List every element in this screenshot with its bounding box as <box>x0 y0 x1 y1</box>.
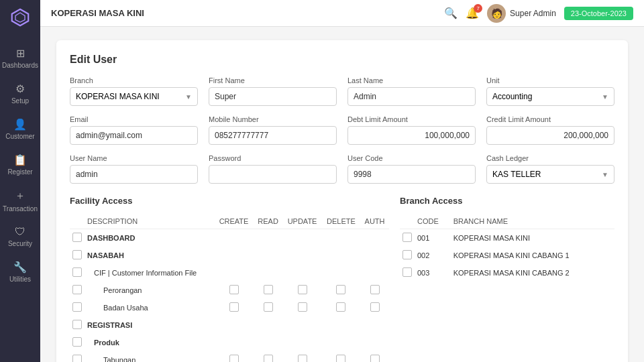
sidebar-item-security-label: Security <box>8 240 32 247</box>
cashledger-label: Cash Ledger <box>486 154 614 162</box>
form-row-2: Email Mobile Number Debt Limit Amount Cr… <box>70 115 614 145</box>
header-checkbox-col <box>70 214 85 229</box>
sidebar-item-security[interactable]: 🛡 Security <box>0 219 40 254</box>
sidebar-item-dashboards[interactable]: ⊞ Dashboards <box>0 40 40 76</box>
row-checkbox-nasabah[interactable] <box>72 250 82 259</box>
password-input[interactable] <box>209 165 337 184</box>
cashledger-select-wrapper[interactable]: KAS TELLER ▼ <box>486 165 614 184</box>
mobile-input[interactable] <box>209 126 337 145</box>
branch-code-001: 001 <box>415 229 451 247</box>
read-checkbox-perorangan[interactable] <box>264 285 273 294</box>
update-checkbox-badan-usaha[interactable] <box>298 302 307 312</box>
sidebar-item-register[interactable]: 📋 Register <box>0 147 40 182</box>
password-group: Password <box>209 154 337 184</box>
header-delete: DELETE <box>322 214 360 229</box>
create-checkbox-perorangan[interactable] <box>229 285 239 294</box>
update-checkbox-perorangan[interactable] <box>298 285 307 294</box>
branch-access-section: Branch Access CODE BRANCH NAME <box>400 193 614 362</box>
usercode-group: User Code <box>347 154 476 184</box>
sidebar-item-customer[interactable]: 👤 Customer <box>0 111 40 147</box>
branch-checkbox-002[interactable] <box>402 250 412 259</box>
register-icon: 📋 <box>13 154 27 166</box>
list-item: 002 KOPERASI MASA KINI CABANG 1 <box>400 247 614 264</box>
debt-input[interactable] <box>347 126 476 145</box>
row-checkbox-cif[interactable] <box>72 267 82 277</box>
list-item: 003 KOPERASI MASA KINI CABANG 2 <box>400 264 614 282</box>
facility-access-title: Facility Access <box>70 196 389 206</box>
sidebar-item-transaction[interactable]: ＋ Transaction <box>0 182 40 219</box>
branch-checkbox-003[interactable] <box>402 267 412 277</box>
branch-code-002: 002 <box>415 247 451 264</box>
svg-marker-1 <box>15 13 25 22</box>
read-checkbox-badan-usaha[interactable] <box>264 302 273 312</box>
debt-group: Debt Limit Amount <box>347 115 476 145</box>
branch-access-title: Branch Access <box>400 196 614 206</box>
read-checkbox-tabungan[interactable] <box>264 355 273 362</box>
username-input[interactable] <box>70 165 198 184</box>
mobile-group: Mobile Number <box>209 115 337 145</box>
row-label-registrasi: REGISTRASI <box>85 316 214 334</box>
cashledger-select[interactable]: KAS TELLER <box>492 170 608 179</box>
unit-select-wrapper[interactable]: Accounting ▼ <box>486 87 614 106</box>
email-input[interactable] <box>70 126 198 145</box>
branch-name-003: KOPERASI MASA KINI CABANG 2 <box>451 264 614 282</box>
svg-marker-0 <box>12 9 29 26</box>
delete-checkbox-badan-usaha[interactable] <box>336 302 345 312</box>
branch-access-table: CODE BRANCH NAME 001 KOPERASI MASA KINI <box>400 214 614 282</box>
mobile-label: Mobile Number <box>209 115 337 123</box>
facility-access-section: Facility Access DESCRIPTION CREATE READ … <box>70 193 389 362</box>
header-auth: AUTH <box>360 214 389 229</box>
cashledger-select-arrow: ▼ <box>602 171 608 178</box>
sidebar-item-setup[interactable]: ⚙ Setup <box>0 76 40 111</box>
delete-checkbox-perorangan[interactable] <box>336 285 345 294</box>
row-checkbox-perorangan[interactable] <box>72 285 82 294</box>
unit-select[interactable]: Accounting <box>492 92 608 101</box>
firstname-group: First Name <box>209 76 337 106</box>
lastname-label: Last Name <box>347 76 476 84</box>
sidebar-item-transaction-label: Transaction <box>3 205 38 213</box>
lastname-group: Last Name <box>347 76 476 106</box>
row-checkbox-registrasi[interactable] <box>72 320 82 329</box>
auth-checkbox-perorangan[interactable] <box>370 285 380 294</box>
debt-label: Debt Limit Amount <box>347 115 476 123</box>
auth-checkbox-tabungan[interactable] <box>370 355 380 362</box>
branch-select[interactable]: KOPERASI MASA KINI <box>76 92 192 101</box>
lastname-input[interactable] <box>347 87 476 106</box>
table-row: REGISTRASI <box>70 316 389 334</box>
sidebar-item-utilities[interactable]: 🔧 Utilities <box>0 254 40 290</box>
sidebar-item-setup-label: Setup <box>11 97 29 105</box>
row-label-produk: Produk <box>85 334 214 351</box>
table-row: Perorangan <box>70 282 389 299</box>
branch-select-wrapper[interactable]: KOPERASI MASA KINI ▼ <box>70 87 198 106</box>
auth-checkbox-badan-usaha[interactable] <box>370 302 380 312</box>
search-button[interactable]: 🔍 <box>444 7 458 19</box>
create-checkbox-tabungan[interactable] <box>229 355 239 362</box>
utilities-icon: 🔧 <box>13 261 27 274</box>
user-menu[interactable]: 🧑 Super Admin <box>487 4 556 23</box>
branch-checkbox-001[interactable] <box>402 233 412 242</box>
row-checkbox-tabungan[interactable] <box>72 355 82 362</box>
usercode-input[interactable] <box>347 165 476 184</box>
current-date: 23-October-2023 <box>564 7 633 20</box>
table-row: NASABAH <box>70 247 389 264</box>
sidebar: ⊞ Dashboards ⚙ Setup 👤 Customer 📋 Regist… <box>0 0 40 362</box>
sidebar-item-register-label: Register <box>7 168 32 176</box>
firstname-input[interactable] <box>209 87 337 106</box>
email-label: Email <box>70 115 198 123</box>
topbar-icons: 🔍 🔔 7 🧑 Super Admin 23-October-2023 <box>444 4 633 23</box>
credit-input[interactable] <box>486 126 614 145</box>
topbar: KOPERASI MASA KINI 🔍 🔔 7 🧑 Super Admin 2… <box>40 0 644 27</box>
row-checkbox-produk[interactable] <box>72 337 82 347</box>
create-checkbox-badan-usaha[interactable] <box>229 302 239 312</box>
update-checkbox-tabungan[interactable] <box>298 355 307 362</box>
row-checkbox-dashboard[interactable] <box>72 233 82 242</box>
notification-button[interactable]: 🔔 7 <box>466 7 479 19</box>
row-checkbox-badan-usaha[interactable] <box>72 302 82 312</box>
user-avatar: 🧑 <box>487 4 506 23</box>
header-create: CREATE <box>214 214 253 229</box>
table-row: Produk <box>70 334 389 351</box>
branch-name-002: KOPERASI MASA KINI CABANG 1 <box>451 247 614 264</box>
delete-checkbox-tabungan[interactable] <box>336 355 345 362</box>
branch-code-003: 003 <box>415 264 451 282</box>
branch-table-header: CODE BRANCH NAME <box>400 214 614 229</box>
